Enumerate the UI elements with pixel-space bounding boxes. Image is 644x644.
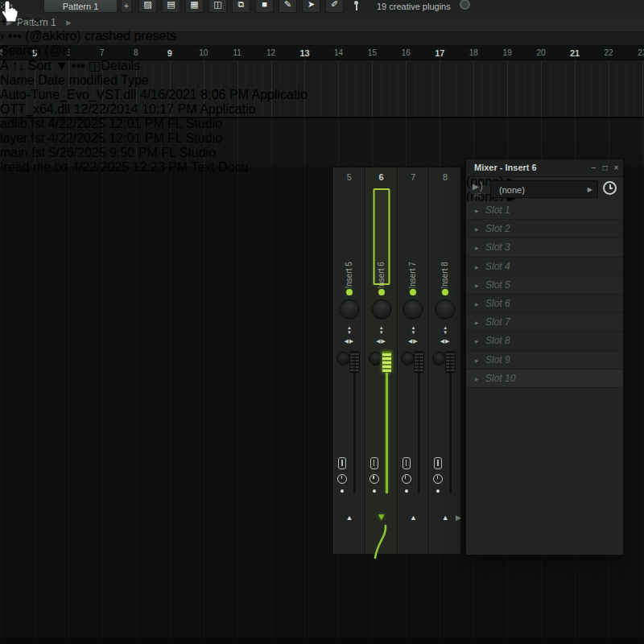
top-plugin-selector[interactable]: (none) ▶: [490, 180, 598, 198]
window-close-button[interactable]: ×: [34, 14, 41, 28]
file-row[interactable]: main.fst 5/26/2025 9:50 PM FL Studio: [0, 146, 308, 160]
file-row[interactable]: layer.fst 4/22/2025 12:01 PM FL Studio: [0, 131, 308, 146]
strip-switch-icon[interactable]: [402, 457, 411, 469]
slot-arrow-icon: ▶: [475, 283, 479, 288]
panel-clock-icon[interactable]: [603, 181, 617, 195]
strip-left-right-arrows-icon[interactable]: ◀▶: [430, 338, 460, 345]
eq-speaker-icon[interactable]: EQ: [473, 180, 487, 195]
effect-slot[interactable]: ▶ Slot 1: [466, 201, 623, 220]
explorer-tab[interactable]: ×: [0, 0, 308, 14]
slot-mix-knob[interactable]: [589, 370, 606, 387]
slot-mix-knob[interactable]: [589, 202, 606, 219]
effect-slot[interactable]: ▶ Slot 2: [466, 220, 623, 238]
strip-fader-handle[interactable]: [414, 351, 424, 373]
slot-mix-knob[interactable]: [589, 314, 606, 331]
strip-left-right-arrows-icon[interactable]: ◀▶: [398, 338, 429, 345]
panel-close-button[interactable]: ×: [611, 162, 621, 174]
slot-mix-knob[interactable]: [589, 332, 606, 349]
mixer-panel-titlebar[interactable]: Mixer - Insert 6 − □ ×: [466, 159, 623, 177]
strip-up-down-arrows-icon[interactable]: ▲▼: [398, 325, 429, 335]
window-maximize-button[interactable]: □: [23, 14, 31, 28]
strip-route-arrow-icon[interactable]: ▲: [334, 514, 365, 522]
mixer-panel-title: Mixer - Insert 6: [474, 163, 537, 172]
effect-slot[interactable]: ▶ Slot 8: [466, 332, 623, 350]
file-row[interactable]: !read me.txt 4/22/2025 12:23 PM Text Doc…: [0, 160, 308, 175]
details-view-button[interactable]: ◫Details: [89, 59, 140, 72]
search-input[interactable]: Search (@al: [0, 43, 72, 57]
slot-mix-knob[interactable]: [589, 295, 606, 312]
strip-left-right-arrows-icon[interactable]: ◀▶: [334, 338, 365, 345]
strip-fader-handle[interactable]: [382, 351, 392, 373]
slot-mix-knob[interactable]: [589, 352, 606, 369]
effect-slot[interactable]: ▶ Slot 10: [466, 369, 623, 388]
effect-slot[interactable]: ▶ Slot 9: [466, 351, 623, 369]
strip-route-arrow-icon[interactable]: ▲: [398, 514, 429, 522]
mixer-strip[interactable]: 5 Insert 5 ▲▼ ◀▶ ▲ ▼: [333, 167, 365, 554]
strip-stereo-knob[interactable]: [369, 352, 382, 365]
effect-slot[interactable]: ▶ Slot 7: [466, 313, 623, 332]
strip-pan-knob[interactable]: [339, 299, 359, 320]
panel-minimize-button[interactable]: −: [588, 162, 599, 174]
effect-slot[interactable]: ▶ Slot 5: [466, 276, 623, 295]
mixer-strip[interactable]: 8 Insert 8 ▲▼ ◀▶ ▲ ▼: [429, 167, 461, 554]
more-options-button[interactable]: •••: [72, 59, 85, 72]
file-name: adlib.fst: [0, 117, 44, 130]
strip-left-right-arrows-icon[interactable]: ◀▶: [366, 338, 397, 345]
sort-button[interactable]: ↑↓ Sort ▼: [11, 59, 68, 72]
strip-route-target-arrow-icon[interactable]: ▼: [366, 511, 397, 522]
slot-arrow-icon: ▶: [475, 208, 479, 213]
address-bar[interactable]: › ••• (@akkiro) crashed presets: [0, 29, 308, 43]
strip-switch-icon[interactable]: [370, 457, 378, 469]
strip-label: Insert 6: [376, 237, 386, 289]
pin-icon[interactable]: [352, 1, 360, 11]
strip-fader-handle[interactable]: [445, 351, 456, 373]
mixer-strip[interactable]: 7 Insert 7 ▲▼ ◀▶ ▲ ▼: [398, 167, 430, 554]
mixer-strip[interactable]: 6 Insert 6 ▲▼ ◀▶ ▲ ▼: [365, 167, 398, 554]
slot-mix-knob[interactable]: [589, 258, 606, 275]
strip-switch-icon[interactable]: [338, 457, 346, 469]
address-path[interactable]: (@akkiro) crashed presets: [25, 29, 176, 43]
file-row[interactable]: adlib.fst 4/22/2025 12:01 PM FL Studio: [0, 117, 308, 131]
strip-mute-led[interactable]: [442, 289, 448, 295]
strip-stereo-knob[interactable]: [432, 352, 446, 365]
strip-clock-icon[interactable]: [402, 474, 411, 484]
strip-mute-led[interactable]: [410, 289, 416, 295]
strip-fader-handle[interactable]: [349, 351, 360, 373]
strip-up-down-arrows-icon[interactable]: ▲▼: [430, 325, 460, 335]
rename-icon[interactable]: A: [0, 59, 8, 72]
strip-clock-icon[interactable]: [337, 474, 347, 484]
strip-pan-knob[interactable]: [436, 299, 456, 320]
strip-fader-track: [449, 355, 452, 493]
strip-up-down-arrows-icon[interactable]: ▲▼: [366, 325, 397, 335]
chevron-right-icon[interactable]: ›: [0, 29, 4, 43]
column-header-date[interactable]: Date modified: [38, 73, 118, 87]
strip-up-down-arrows-icon[interactable]: ▲▼: [334, 325, 365, 335]
brush-tool-icon[interactable]: ✐: [325, 0, 344, 13]
strip-clock-icon[interactable]: [369, 474, 379, 484]
strip-stereo-knob[interactable]: [401, 352, 415, 365]
effect-slot[interactable]: ▶ Slot 4: [466, 258, 623, 276]
strip-stereo-knob[interactable]: [336, 352, 350, 365]
effect-slot[interactable]: ▶ Slot 6: [466, 295, 623, 313]
file-row[interactable]: Auto-Tune_Evo_VST.dll 4/16/2021 8:06 PM …: [0, 88, 308, 102]
slot-mix-knob[interactable]: [589, 239, 606, 256]
file-row[interactable]: OTT_x64.dll 12/22/2014 10:17 PM Applicat…: [0, 102, 308, 117]
mixer-panel: Mixer - Insert 6 − □ × EQ (none) ▶ ▶ Slo…: [465, 159, 624, 555]
search-box[interactable]: Search (@al: [0, 43, 308, 58]
slot-mix-knob[interactable]: [589, 277, 606, 294]
mixer-scroll-chevron-icon[interactable]: ▶: [456, 514, 461, 522]
strip-switch-icon[interactable]: [434, 457, 442, 469]
slot-label: Slot 2: [485, 223, 510, 234]
panel-maximize-button[interactable]: □: [600, 162, 610, 174]
column-header-type[interactable]: Type: [121, 73, 149, 87]
strip-clock-icon[interactable]: [433, 474, 443, 484]
path-ellipsis-icon[interactable]: •••: [8, 29, 22, 43]
slot-mix-knob[interactable]: [589, 221, 606, 237]
column-header-name[interactable]: Name: [0, 73, 35, 87]
strip-mute-led[interactable]: [346, 289, 353, 295]
strip-pan-knob[interactable]: [371, 299, 391, 320]
strip-number: 8: [430, 172, 460, 182]
strip-pan-knob[interactable]: [403, 299, 423, 320]
strip-mute-led[interactable]: [378, 289, 385, 295]
effect-slot[interactable]: ▶ Slot 3: [466, 238, 623, 257]
